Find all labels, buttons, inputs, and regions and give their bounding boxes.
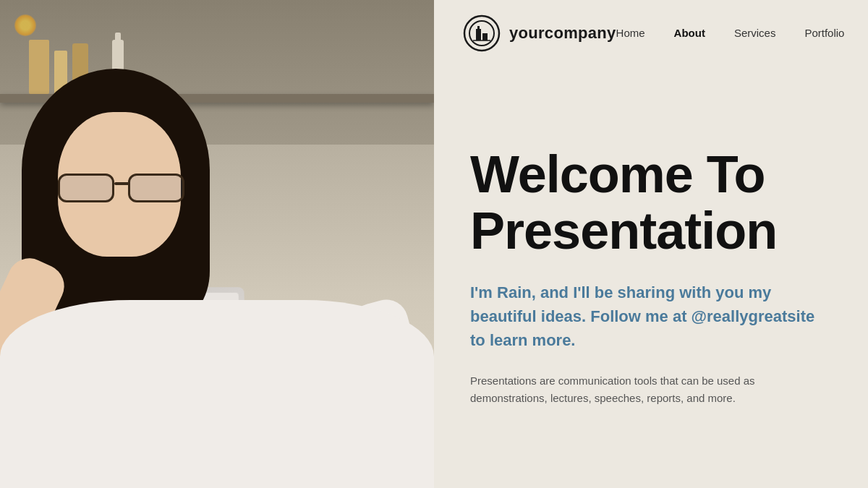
person-shirt	[0, 300, 434, 488]
photo-panel	[0, 0, 434, 488]
svg-point-1	[469, 21, 494, 46]
glasses	[54, 174, 188, 206]
hero-title-line2: Presentation	[470, 202, 777, 260]
nav-portfolio[interactable]: Portfolio	[804, 27, 844, 39]
navigation-header: yourcompany Home About Services Portfoli…	[434, 0, 868, 66]
svg-rect-2	[476, 29, 481, 40]
hero-title: Welcome To Presentation	[470, 147, 868, 260]
hero-title-line1: Welcome To	[470, 145, 765, 203]
nav-services[interactable]: Services	[734, 27, 776, 39]
svg-rect-3	[482, 33, 488, 40]
hero-subtitle: I'm Rain, and I'll be sharing with you m…	[470, 281, 817, 352]
glasses-right-lens	[128, 174, 184, 202]
candle-glow	[14, 14, 36, 36]
person-figure	[0, 69, 434, 488]
page-wrapper: yourcompany Home About Services Portfoli…	[0, 0, 868, 488]
nav-links: Home About Services Portfolio Contact	[616, 27, 868, 39]
content-panel: yourcompany Home About Services Portfoli…	[434, 0, 868, 488]
logo-area: yourcompany	[463, 14, 616, 52]
company-logo-icon	[463, 14, 501, 52]
company-name-text: yourcompany	[509, 24, 616, 43]
nav-about[interactable]: About	[674, 27, 705, 39]
nav-home[interactable]: Home	[616, 27, 645, 39]
hero-description: Presentations are communication tools th…	[470, 372, 774, 407]
svg-rect-4	[477, 26, 480, 30]
hero-content: Welcome To Presentation I'm Rain, and I'…	[434, 66, 868, 488]
glasses-left-lens	[58, 174, 114, 202]
